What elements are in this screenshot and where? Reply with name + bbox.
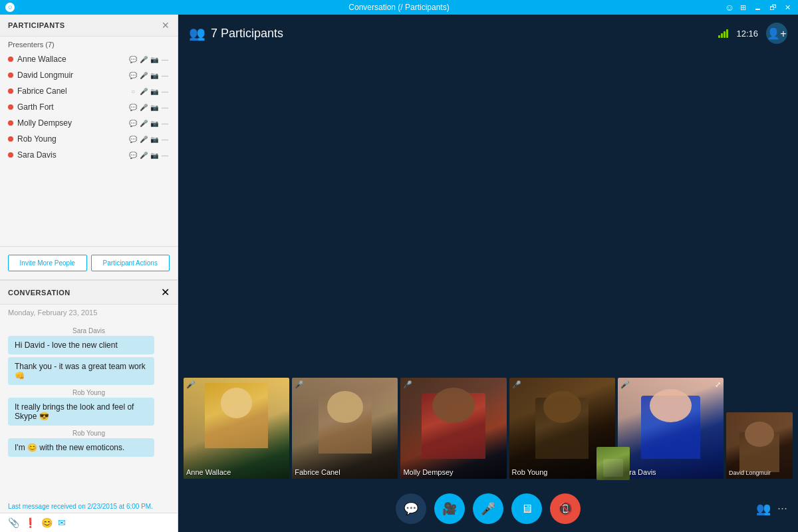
camera-icon[interactable]: 📷 bbox=[150, 56, 159, 63]
video-button[interactable]: 🎥 bbox=[434, 493, 465, 524]
participants-title: PARTICIPANTS bbox=[8, 21, 65, 29]
participant-controls: 💬 🎤 📷 — bbox=[128, 136, 170, 143]
chat-icon[interactable]: 💬 bbox=[128, 104, 138, 111]
mic-icon[interactable]: 🎤 bbox=[139, 56, 148, 63]
message-sender: Rob Young bbox=[8, 430, 170, 437]
phone-end-icon: 📵 bbox=[558, 501, 573, 516]
title-bar-controls: ☺ ⊞ 🗕 🗗 ✕ bbox=[725, 2, 793, 13]
list-item: Garth Fort 💬 🎤 📷 — bbox=[0, 99, 178, 115]
participants-header: PARTICIPANTS ✕ bbox=[0, 15, 178, 37]
participant-name: Garth Fort bbox=[17, 102, 128, 112]
window-icon[interactable]: ⊞ bbox=[738, 3, 748, 12]
video-participant-name: Rob Young bbox=[512, 468, 548, 476]
participants-panel-toggle[interactable]: 👥 bbox=[756, 501, 771, 516]
emoji-picker-icon[interactable]: 😊 bbox=[41, 517, 53, 528]
chat-date: Monday, February 23, 2015 bbox=[0, 305, 178, 321]
camera-icon[interactable]: 📷 bbox=[150, 72, 159, 79]
status-dot bbox=[8, 136, 13, 142]
participant-controls: 💬 🎤 📷 — bbox=[128, 152, 170, 159]
chat-icon[interactable]: 💬 bbox=[128, 136, 138, 143]
end-call-button[interactable]: 📵 bbox=[550, 493, 581, 524]
more-icon[interactable]: — bbox=[160, 120, 170, 127]
left-panel: PARTICIPANTS ✕ Presenters (7) Anne Walla… bbox=[0, 15, 178, 532]
mic-icon[interactable]: 🎤 bbox=[139, 88, 148, 95]
invite-more-people-button[interactable]: Invite More People bbox=[8, 255, 87, 271]
status-dot bbox=[8, 88, 13, 94]
mic-icon[interactable]: 🎤 bbox=[139, 72, 148, 79]
list-item: Molly Dempsey 💬 🎤 📷 — bbox=[0, 115, 178, 131]
skype-logo: ☺ bbox=[5, 3, 15, 12]
window-title: Conversation (/ Participants) bbox=[348, 3, 449, 12]
signal-bar-2 bbox=[721, 33, 723, 38]
title-bar-left: ☺ bbox=[5, 3, 15, 12]
signal-bar-3 bbox=[724, 31, 726, 38]
signal-bar-1 bbox=[718, 35, 720, 38]
expand-icon[interactable]: ⤢ bbox=[715, 380, 721, 389]
camera-icon[interactable]: 📷 bbox=[150, 152, 159, 159]
chat-icon[interactable]: ○ bbox=[128, 88, 138, 95]
add-person-icon: 👤+ bbox=[767, 27, 786, 40]
status-dot bbox=[8, 57, 13, 62]
urgent-icon[interactable]: ❗ bbox=[25, 517, 36, 528]
more-options-button[interactable]: ··· bbox=[777, 501, 787, 516]
mute-icon: 🎤 bbox=[403, 380, 412, 389]
mic-icon[interactable]: 🎤 bbox=[139, 120, 148, 127]
presenters-label: Presenters (7) bbox=[0, 37, 178, 50]
conversation-close-button[interactable]: ✕ bbox=[161, 286, 170, 299]
video-feed-anne bbox=[184, 378, 289, 479]
chat-icon[interactable]: 💬 bbox=[128, 72, 138, 79]
video-feed-sara bbox=[618, 378, 724, 479]
conversation-title: CONVERSATION bbox=[8, 289, 70, 297]
participants-close-button[interactable]: ✕ bbox=[162, 20, 170, 31]
main-container: PARTICIPANTS ✕ Presenters (7) Anne Walla… bbox=[0, 15, 798, 532]
video-tile-anne: 🎤 Anne Wallace bbox=[184, 378, 289, 479]
video-tile-sara: 🎤 Sara Davis ⤢ bbox=[618, 378, 724, 479]
participant-name: Rob Young bbox=[17, 134, 128, 144]
list-item: David Longmuir 💬 🎤 📷 — bbox=[0, 67, 178, 83]
chat-icon[interactable]: 💬 bbox=[128, 152, 138, 159]
david-tile-container: David Longmuir bbox=[726, 412, 793, 479]
chat-toggle-button[interactable]: 💬 bbox=[396, 493, 426, 524]
mic-icon[interactable]: 🎤 bbox=[139, 104, 148, 111]
chat-input-bar: 📎 ❗ 😊 ✉ bbox=[0, 513, 178, 532]
chat-icon[interactable]: 💬 bbox=[128, 56, 138, 63]
video-feed-fabrice bbox=[292, 378, 398, 479]
camera-icon[interactable]: 📷 bbox=[150, 88, 159, 95]
participant-name: Molly Dempsey bbox=[17, 118, 128, 128]
status-dot bbox=[8, 72, 13, 78]
chat-messages: Sara Davis Hi David - love the new clien… bbox=[0, 321, 178, 500]
participant-controls: 💬 🎤 📷 — bbox=[128, 72, 170, 79]
chat-bubble: Thank you - it was a great team work 👊 bbox=[8, 357, 154, 385]
camera-icon[interactable]: 📷 bbox=[150, 136, 159, 143]
participants-count-label: 7 Participants bbox=[211, 27, 283, 41]
attachment-icon[interactable]: 📎 bbox=[8, 517, 19, 528]
participants-count-display: 👥 7 Participants bbox=[189, 25, 283, 41]
status-dot bbox=[8, 104, 13, 110]
more-icon[interactable]: — bbox=[160, 136, 170, 143]
mic-icon[interactable]: 🎤 bbox=[139, 152, 148, 159]
chat-bubble: I'm 😊 with the new emoticons. bbox=[8, 438, 154, 457]
screen-share-button[interactable]: 🖥 bbox=[511, 493, 542, 524]
participants-list: Anne Wallace 💬 🎤 📷 — David Longmuir 💬 🎤 … bbox=[0, 50, 178, 246]
more-icon[interactable]: — bbox=[160, 104, 170, 111]
minimize-icon[interactable]: 🗕 bbox=[752, 3, 763, 11]
more-icon[interactable]: — bbox=[160, 56, 170, 63]
mic-icon[interactable]: 🎤 bbox=[139, 136, 148, 143]
camera-icon[interactable]: 📷 bbox=[150, 104, 159, 111]
chat-bubble: Hi David - love the new client bbox=[8, 336, 154, 354]
camera-icon[interactable]: 📷 bbox=[150, 120, 159, 127]
microphone-button[interactable]: 🎤 bbox=[473, 493, 503, 524]
video-tile-fabrice: 🎤 Fabrice Canel bbox=[292, 378, 398, 479]
participant-controls: ○ 🎤 📷 — bbox=[128, 88, 170, 95]
more-icon[interactable]: — bbox=[160, 88, 170, 95]
list-item: Fabrice Canel ○ 🎤 📷 — bbox=[0, 83, 178, 99]
close-icon[interactable]: ✕ bbox=[783, 3, 793, 12]
more-icon[interactable]: — bbox=[160, 152, 170, 159]
participant-controls: 💬 🎤 📷 — bbox=[128, 56, 170, 63]
add-participant-button[interactable]: 👤+ bbox=[766, 23, 787, 44]
restore-icon[interactable]: 🗗 bbox=[767, 3, 779, 11]
chat-icon[interactable]: 💬 bbox=[128, 120, 138, 127]
more-icon[interactable]: — bbox=[160, 72, 170, 79]
participant-actions-button[interactable]: Participant Actions bbox=[91, 255, 170, 271]
send-icon[interactable]: ✉ bbox=[58, 517, 66, 528]
